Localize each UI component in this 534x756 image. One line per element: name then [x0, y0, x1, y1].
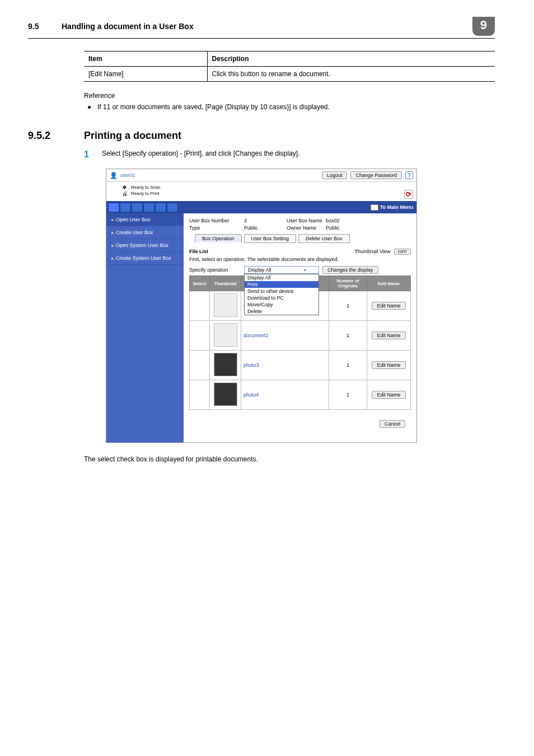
- chapter-badge: 9: [472, 17, 495, 36]
- screenshot: 👤 user01 Logout Change Password ? ❖Ready…: [106, 169, 417, 443]
- col-select: Select: [190, 276, 210, 291]
- table-header-description: Description: [207, 52, 495, 67]
- table-cell-item: [Edit Name]: [84, 67, 207, 82]
- nav-icon-5[interactable]: [155, 203, 166, 212]
- edit-name-button[interactable]: Edit Name: [372, 302, 405, 310]
- col-thumbnail: Thumbnail: [210, 276, 241, 291]
- tab-delete-user-box[interactable]: Delete User Box: [298, 234, 350, 243]
- to-main-menu-icon: [371, 204, 378, 211]
- option-delete[interactable]: Delete: [245, 308, 318, 315]
- number-originals-value: 1: [329, 380, 367, 410]
- reference-label: Reference: [84, 92, 495, 100]
- reference-bullet: ● If 11 or more documents are saved, [Pa…: [84, 103, 495, 111]
- user-box-number-value: 2: [244, 218, 287, 223]
- sidebar-item-create-system-user-box[interactable]: Create System User Box: [106, 252, 184, 265]
- thumbnail-image: [214, 293, 237, 317]
- specify-operation-selected: Display All: [248, 267, 271, 273]
- option-display-all[interactable]: Display All: [245, 274, 318, 281]
- thumbnail-image: [214, 323, 237, 347]
- type-label: Type: [189, 225, 244, 231]
- document-name-link[interactable]: photo3: [243, 362, 259, 368]
- step-number: 1: [84, 150, 102, 160]
- document-name-link[interactable]: photo4: [243, 392, 259, 398]
- step-text: Select [Specify operation] - [Print], an…: [102, 150, 300, 160]
- changes-the-display-button[interactable]: Changes the display: [322, 266, 378, 274]
- option-send[interactable]: Send to other device: [245, 288, 318, 295]
- document-name-link[interactable]: document1: [243, 333, 269, 338]
- col-edit-name: Edit Name: [367, 276, 411, 291]
- user-box-name-value: box02: [326, 218, 340, 223]
- thumbnail-image: [214, 382, 237, 406]
- subsection-title: Printing a document: [84, 130, 181, 142]
- table-row: document1 1 Edit Name: [190, 321, 411, 351]
- reference-text: If 11 or more documents are saved, [Page…: [97, 103, 330, 111]
- option-download[interactable]: Download to PC: [245, 295, 318, 301]
- specify-operation-select[interactable]: Display All ▾: [244, 266, 319, 274]
- table-row: photo3 1 Edit Name: [190, 351, 411, 380]
- user-box-number-label: User Box Number: [189, 218, 244, 223]
- col-number-originals: Number of Originals: [329, 276, 367, 291]
- thumbnail-view-label: Thumbnail View: [355, 249, 391, 254]
- option-move-copy[interactable]: Move/Copy: [245, 301, 318, 308]
- scan-status-icon: ❖: [122, 184, 129, 190]
- specify-operation-label: Specify operation: [189, 267, 241, 273]
- table-row: [Edit Name] Click this button to rename …: [84, 67, 495, 82]
- tab-user-box-setting[interactable]: User Box Setting: [244, 234, 297, 243]
- bullet-icon: ●: [84, 103, 97, 111]
- user-box-name-label: User Box Name: [287, 218, 326, 223]
- edit-name-button[interactable]: Edit Name: [372, 391, 405, 399]
- user-label: user01: [120, 172, 135, 178]
- owner-name-label: Owner Name: [287, 225, 326, 231]
- change-password-button[interactable]: Change Password: [350, 171, 402, 179]
- number-originals-value: 1: [329, 351, 367, 380]
- number-originals-value: 1: [329, 321, 367, 351]
- sidebar-item-create-user-box[interactable]: Create User Box: [106, 226, 184, 239]
- sidebar-item-open-system-user-box[interactable]: Open System User Box: [106, 239, 184, 252]
- subsection-number: 9.5.2: [28, 130, 84, 142]
- option-print[interactable]: Print: [245, 281, 318, 288]
- nav-icon-6[interactable]: [167, 203, 178, 212]
- file-list-hint: First, select an operation. The selectab…: [189, 256, 411, 262]
- thumbnail-image: [214, 353, 237, 376]
- section-title: Handling a document in a User Box: [62, 22, 461, 31]
- sidebar: Open User Box Create User Box Open Syste…: [106, 213, 184, 442]
- thumbnail-view-toggle[interactable]: OFF: [394, 249, 411, 255]
- print-status-text: Ready to Print: [131, 191, 160, 196]
- file-list-title: File List: [189, 249, 208, 254]
- table-cell-description: Click this button to rename a document.: [207, 67, 495, 82]
- chevron-down-icon: ▾: [304, 268, 306, 273]
- refresh-icon[interactable]: ⟳: [404, 190, 413, 199]
- scan-status-text: Ready to Scan: [131, 185, 160, 190]
- print-status-icon: 🖨: [122, 190, 129, 197]
- user-icon: 👤: [110, 172, 118, 179]
- table-header-item: Item: [84, 52, 207, 67]
- post-note-text: The select check box is displayed for pr…: [84, 455, 495, 463]
- specify-operation-dropdown[interactable]: Display All Print Send to other device D…: [244, 274, 319, 315]
- tab-box-operation[interactable]: Box Operation: [195, 234, 242, 243]
- item-description-table: Item Description [Edit Name] Click this …: [84, 51, 495, 82]
- section-number: 9.5: [28, 22, 62, 31]
- nav-icon-3[interactable]: [132, 203, 143, 212]
- nav-icon-1[interactable]: [108, 203, 119, 212]
- sidebar-item-open-user-box[interactable]: Open User Box: [106, 213, 184, 226]
- type-value: Public: [244, 225, 287, 231]
- edit-name-button[interactable]: Edit Name: [372, 361, 405, 369]
- help-icon[interactable]: ?: [405, 171, 413, 179]
- logout-button[interactable]: Logout: [322, 171, 348, 179]
- to-main-menu-link[interactable]: To Main Menu: [371, 204, 413, 211]
- cancel-button[interactable]: Cancel: [380, 420, 405, 428]
- number-originals-value: 1: [329, 291, 367, 321]
- to-main-menu-label: To Main Menu: [380, 204, 413, 210]
- nav-icon-2[interactable]: [120, 203, 131, 212]
- nav-icon-4[interactable]: [143, 203, 154, 212]
- table-row: photo4 1 Edit Name: [190, 380, 411, 410]
- edit-name-button[interactable]: Edit Name: [372, 332, 405, 339]
- owner-name-value: Public: [326, 225, 340, 231]
